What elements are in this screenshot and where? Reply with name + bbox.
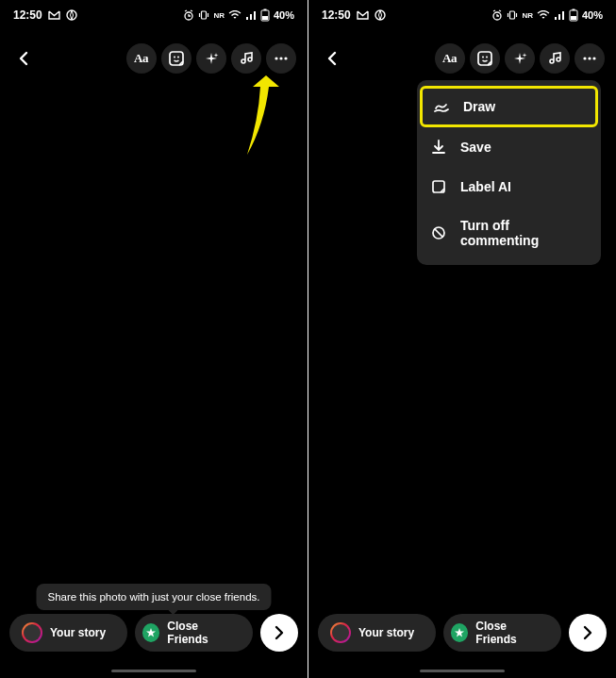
menu-item-save[interactable]: Save — [417, 127, 601, 167]
menu-label: Draw — [463, 99, 495, 114]
close-friends-button[interactable]: Close Friends — [443, 614, 561, 652]
menu-item-turn-off-commenting[interactable]: Turn off commenting — [417, 207, 601, 259]
more-menu: Draw Save Label AI Turn off commenting — [417, 80, 601, 265]
svg-point-11 — [284, 57, 287, 59]
download-icon — [430, 139, 447, 156]
svg-point-9 — [275, 57, 277, 59]
back-button[interactable] — [9, 43, 40, 74]
effects-button[interactable] — [196, 43, 226, 74]
sticker-icon — [168, 50, 185, 67]
chevron-left-icon — [15, 49, 34, 68]
more-button[interactable] — [574, 43, 605, 74]
battery-icon — [260, 8, 270, 22]
screen-right: 12:50 NR 40% Aa — [308, 0, 616, 678]
more-icon — [581, 50, 598, 67]
close-friends-tooltip: Share this photo with just your close fr… — [36, 584, 271, 610]
svg-point-10 — [279, 57, 282, 59]
svg-point-22 — [588, 57, 591, 59]
text-icon: Aa — [442, 51, 457, 66]
effects-button[interactable] — [505, 43, 535, 74]
home-indicator — [111, 670, 196, 672]
your-story-button[interactable]: Your story — [318, 614, 436, 652]
svg-rect-5 — [262, 16, 268, 20]
music-icon — [546, 50, 563, 67]
svg-point-7 — [174, 57, 175, 58]
text-tool-button[interactable]: Aa — [126, 43, 157, 74]
close-friends-label: Close Friends — [167, 620, 236, 646]
music-icon — [238, 50, 255, 67]
star-badge-icon — [142, 623, 159, 642]
close-friends-button[interactable]: Close Friends — [135, 614, 253, 652]
alarm-icon — [491, 9, 503, 21]
your-story-label: Your story — [358, 626, 414, 639]
more-icon — [273, 50, 290, 67]
sticker-icon — [476, 50, 493, 67]
menu-label: Save — [460, 140, 491, 155]
arrow-annotation — [238, 68, 285, 162]
status-bar: 12:50 NR 40% — [308, 0, 616, 30]
music-button[interactable] — [540, 43, 570, 74]
more-button[interactable] — [266, 43, 296, 74]
chevron-right-icon — [271, 624, 288, 641]
svg-point-21 — [583, 57, 586, 59]
gmail-icon — [357, 10, 369, 20]
menu-item-label-ai[interactable]: Label AI — [417, 167, 601, 207]
status-right: NR 40% — [183, 8, 294, 22]
close-friends-label: Close Friends — [475, 620, 544, 646]
svg-point-8 — [177, 57, 179, 58]
avatar — [22, 622, 42, 643]
wifi-icon — [228, 10, 241, 20]
back-button[interactable] — [318, 43, 348, 74]
status-right: NR 40% — [491, 8, 603, 22]
wifi-icon — [537, 10, 550, 20]
chevron-right-icon — [579, 624, 596, 641]
sticker-button[interactable] — [161, 43, 191, 74]
home-indicator — [420, 670, 505, 672]
svg-rect-17 — [571, 16, 576, 20]
status-left: 12:50 — [13, 8, 77, 22]
signal-icon — [245, 10, 257, 20]
music-button[interactable] — [231, 43, 261, 74]
svg-point-19 — [482, 57, 484, 58]
bottom-bar: Your story Close Friends — [308, 614, 616, 652]
battery-icon — [569, 8, 578, 22]
screen-left: 12:50 NR 40% Aa — [0, 0, 308, 678]
svg-point-0 — [67, 10, 76, 20]
next-button[interactable] — [260, 614, 298, 652]
battery-percent: 40% — [582, 9, 603, 21]
menu-label: Label AI — [460, 179, 511, 194]
comment-off-icon — [430, 224, 447, 241]
svg-rect-2 — [202, 11, 207, 19]
story-toolbar: Aa — [0, 40, 308, 77]
signal-icon — [554, 10, 565, 20]
network-label: NR — [522, 11, 533, 20]
battery-percent: 40% — [274, 9, 294, 21]
chevron-left-icon — [324, 49, 342, 68]
status-time: 12:50 — [13, 8, 42, 22]
label-ai-icon — [430, 178, 447, 195]
menu-item-draw[interactable]: Draw — [420, 86, 598, 127]
status-time: 12:50 — [322, 8, 351, 22]
text-icon: Aa — [134, 51, 148, 66]
alarm-icon — [183, 9, 194, 21]
svg-rect-14 — [510, 11, 515, 19]
draw-icon — [433, 98, 450, 115]
next-button[interactable] — [569, 614, 607, 652]
svg-rect-4 — [263, 9, 266, 11]
star-badge-icon — [451, 623, 468, 642]
your-story-button[interactable]: Your story — [9, 614, 127, 652]
sparkle-icon — [511, 50, 528, 67]
svg-rect-16 — [572, 9, 574, 11]
your-story-label: Your story — [50, 626, 106, 639]
story-toolbar: Aa — [308, 40, 616, 77]
app-icon — [66, 9, 77, 21]
sparkle-icon — [203, 50, 220, 67]
vibrate-icon — [198, 9, 209, 21]
avatar — [330, 622, 351, 643]
vibrate-icon — [507, 9, 518, 21]
svg-point-20 — [486, 57, 488, 58]
text-tool-button[interactable]: Aa — [435, 43, 465, 74]
bottom-bar: Your story Close Friends — [0, 614, 308, 652]
gmail-icon — [48, 10, 60, 20]
sticker-button[interactable] — [470, 43, 500, 74]
